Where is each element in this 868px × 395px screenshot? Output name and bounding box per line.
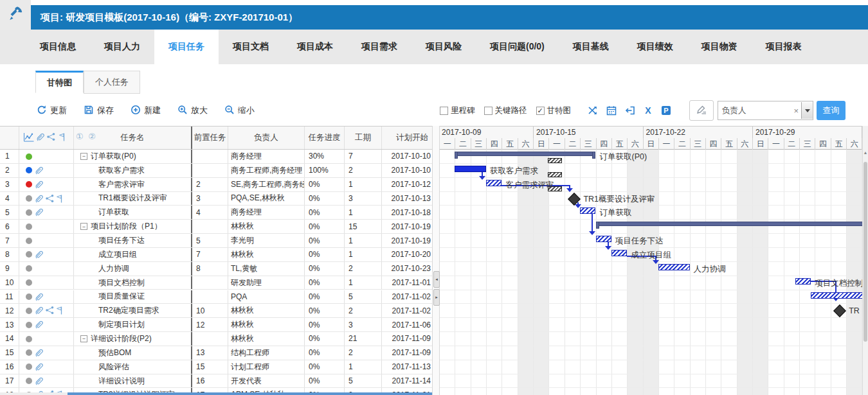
progress-cell[interactable]: 0% <box>305 220 345 233</box>
edit-filter-button[interactable] <box>689 100 714 121</box>
task-name-cell[interactable]: 项目质量保证 <box>74 290 192 304</box>
col-task-name[interactable]: ① ②任务名 <box>74 127 192 149</box>
flag-icon[interactable] <box>55 194 63 206</box>
paperclip-icon[interactable] <box>36 132 44 144</box>
owner-cell[interactable]: TL,黄敏 <box>228 262 305 276</box>
paperclip-icon[interactable] <box>35 207 43 219</box>
predecessor-cell[interactable]: 3 <box>192 192 228 206</box>
plan-start-cell[interactable]: 2017-11-01 <box>382 276 432 290</box>
task-name-cell[interactable]: 客户需求评审 <box>74 178 192 191</box>
progress-cell[interactable]: 100% <box>305 164 345 177</box>
task-name-cell[interactable]: 风险评估 <box>74 360 192 374</box>
main-tab[interactable]: 项目风险 <box>411 30 476 64</box>
predecessor-cell[interactable]: 15 <box>192 360 228 374</box>
gantt-task-bar[interactable] <box>611 250 627 256</box>
vertical-scrollbar-thumb[interactable] <box>863 162 867 342</box>
predecessor-cell[interactable]: 13 <box>192 346 228 360</box>
duration-cell[interactable]: 2 <box>345 262 382 276</box>
predecessor-cell[interactable]: 5 <box>192 234 228 247</box>
vertical-scrollbar[interactable]: ▲ <box>862 126 868 395</box>
gantt-task-bar[interactable] <box>580 207 595 214</box>
zoomout-button[interactable]: 缩小 <box>224 105 255 117</box>
table-gantt-splitter[interactable]: ◂ ▸ <box>432 126 440 395</box>
owner-cell[interactable]: 林秋秋 <box>228 332 305 346</box>
calendar-icon[interactable] <box>606 105 617 116</box>
clear-filter-icon[interactable]: × <box>791 106 801 116</box>
table-row[interactable]: 14−详细设计阶段(P2)林秋秋0%212017-11-09 <box>0 332 432 346</box>
plan-start-cell[interactable]: 2017-11-09 <box>382 332 432 346</box>
paperclip-icon[interactable] <box>35 250 43 261</box>
task-name-cell[interactable]: 订单获取 <box>74 206 192 219</box>
share-icon[interactable] <box>46 132 56 143</box>
predecessor-cell[interactable]: 10 <box>192 304 228 317</box>
table-row[interactable]: 6−项目计划阶段（P1）林秋秋0%152017-10-19 <box>0 220 432 234</box>
task-name-cell[interactable]: 项目任务下达 <box>74 234 192 247</box>
checkbox-unchecked[interactable]: 关键路径 <box>484 105 527 116</box>
main-tab[interactable]: 项目物资 <box>687 30 752 64</box>
plan-start-cell[interactable]: 2017-11-09 <box>382 346 432 360</box>
duration-cell[interactable]: 1 <box>345 206 382 219</box>
duration-cell[interactable]: 5 <box>345 374 382 388</box>
table-row[interactable]: 9人力协调8TL,黄敏0%22017-10-23 <box>0 262 432 276</box>
progress-cell[interactable]: 0% <box>305 234 345 247</box>
task-name-cell[interactable]: 制定项目计划 <box>74 318 192 331</box>
plus-button[interactable]: 新建 <box>131 105 161 117</box>
owner-cell[interactable]: 林秋秋 <box>228 318 305 331</box>
table-row[interactable]: 10项目文档控制研发助理0%12017-11-01 <box>0 276 432 290</box>
duration-cell[interactable]: 21 <box>345 332 382 346</box>
task-name-cell[interactable]: −项目计划阶段（P1） <box>74 220 192 233</box>
table-row[interactable]: 13制定项目计划12林秋秋0%32017-11-06 <box>0 318 432 332</box>
gantt-summary-bar[interactable] <box>596 222 863 226</box>
owner-cell[interactable]: 商务经理 <box>228 150 305 163</box>
progress-cell[interactable]: 0% <box>305 192 345 206</box>
col-duration[interactable]: 工期 <box>345 127 382 149</box>
plan-start-cell[interactable]: 2017-10-20 <box>382 248 432 261</box>
main-tab[interactable]: 项目成本 <box>283 30 347 64</box>
collapse-left-handle[interactable]: ◂ <box>433 271 440 288</box>
paperclip-icon[interactable] <box>35 180 43 191</box>
flag-icon[interactable] <box>58 132 66 144</box>
task-name-cell[interactable]: 项目文档控制 <box>74 276 192 290</box>
progress-cell[interactable]: 0% <box>305 248 345 261</box>
task-name-cell[interactable]: 预估BOM <box>74 346 192 360</box>
progress-cell[interactable]: 30% <box>305 150 345 163</box>
task-name-cell[interactable]: 获取客户需求 <box>74 164 192 177</box>
gantt-chart[interactable]: 2017-10-09一二三四五六2017-10-15日一二三四五六2017-10… <box>440 126 862 395</box>
task-name-cell[interactable]: 人力协调 <box>74 262 192 276</box>
predecessor-cell[interactable] <box>192 276 228 290</box>
paperclip-icon[interactable] <box>35 362 43 374</box>
plan-start-cell[interactable]: 2017-10-19 <box>382 234 432 247</box>
plan-start-cell[interactable]: 2017-10-18 <box>382 206 432 219</box>
query-button[interactable]: 查询 <box>817 101 845 120</box>
predecessor-cell[interactable] <box>192 164 228 177</box>
owner-cell[interactable]: PQA <box>228 290 305 304</box>
owner-cell[interactable]: 林秋秋 <box>228 248 305 261</box>
predecessor-cell[interactable]: 4 <box>192 206 228 219</box>
paperclip-icon[interactable] <box>35 166 43 177</box>
gantt-task-bar[interactable] <box>596 236 611 242</box>
table-row[interactable]: 2获取客户需求商务工程师,商务经理100%22017-10-10 <box>0 164 432 178</box>
gantt-task-bar[interactable] <box>795 278 811 285</box>
main-tab[interactable]: 项目人力 <box>90 30 154 64</box>
task-name-cell[interactable]: 详细设计说明 <box>74 374 192 388</box>
owner-cell[interactable]: 开发代表 <box>228 374 305 388</box>
table-row[interactable]: 7项目任务下达5李光明0%12017-10-19 <box>0 234 432 248</box>
duration-cell[interactable]: 3 <box>345 318 382 331</box>
share-icon[interactable] <box>45 194 55 205</box>
gantt-task-bar[interactable] <box>455 166 486 172</box>
table-row[interactable]: 16风险评估15计划工程师0%12017-11-13 <box>0 360 432 374</box>
predecessor-cell[interactable]: 16 <box>192 374 228 388</box>
paperclip-icon[interactable] <box>35 292 43 304</box>
col-progress[interactable]: 任务进度 <box>305 127 345 149</box>
owner-cell[interactable]: 林秋秋 <box>228 304 305 317</box>
predecessor-cell[interactable] <box>192 332 228 346</box>
duration-cell[interactable]: 1 <box>345 248 382 261</box>
task-name-cell[interactable]: −详细设计阶段(P2) <box>74 332 192 346</box>
predecessor-cell[interactable]: 8 <box>192 262 228 276</box>
plan-start-cell[interactable]: 2017-11-06 <box>382 318 432 331</box>
main-tab[interactable]: 项目问题(0/0) <box>476 30 559 64</box>
progress-cell[interactable]: 0% <box>305 206 345 219</box>
checkbox-checked[interactable]: ✓甘特图 <box>536 105 572 116</box>
owner-cell[interactable]: 商务工程师,商务经理 <box>228 164 305 177</box>
paperclip-icon[interactable] <box>35 320 43 331</box>
